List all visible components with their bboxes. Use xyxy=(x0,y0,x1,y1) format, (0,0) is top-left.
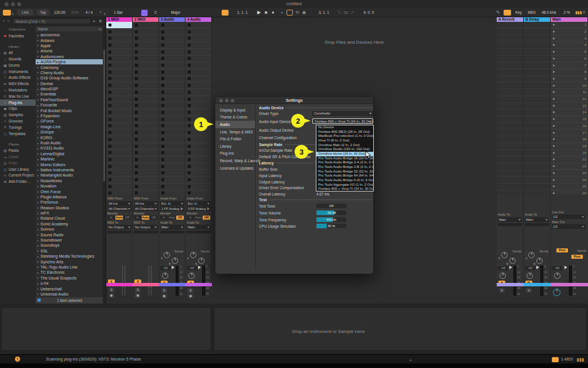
vendor-item[interactable]: ▸ Universal Audio xyxy=(36,292,103,297)
vendor-item[interactable]: ▸ Plugin Alliance xyxy=(36,194,103,200)
vendor-item[interactable]: ▸ Audiomovers xyxy=(36,54,103,59)
scene-launch-icon[interactable] xyxy=(553,51,555,53)
browser-category-item[interactable]: ▣ Clips xyxy=(0,106,36,112)
browser-category-item[interactable]: ⌗ Plug-Ins xyxy=(0,99,36,106)
clip-slot[interactable] xyxy=(133,29,158,36)
scene-slot[interactable]: 19 xyxy=(551,143,588,150)
capture-midi-icon[interactable]: ◉ xyxy=(302,10,306,15)
browser-category-item[interactable]: ▢ Templates xyxy=(0,131,36,137)
scene-slot[interactable]: 15 xyxy=(551,116,588,123)
scene-slot[interactable]: 3 xyxy=(551,35,588,42)
expand-arrow-icon[interactable]: ▸ xyxy=(37,71,39,74)
scene-launch-icon[interactable] xyxy=(553,179,555,181)
output-type-menu[interactable]: No Output xyxy=(134,225,158,229)
clip-stop-icon[interactable] xyxy=(135,124,138,127)
clip-slot[interactable] xyxy=(159,170,185,177)
clip-stop-icon[interactable] xyxy=(161,165,164,168)
clip-slot[interactable] xyxy=(106,89,132,96)
play-button[interactable]: ▶ xyxy=(257,10,261,15)
clip-slot[interactable] xyxy=(185,49,211,56)
record-button[interactable]: ● xyxy=(272,10,274,15)
main-out-menu[interactable]: 1/2 xyxy=(552,224,585,229)
clip-slot[interactable] xyxy=(159,96,185,103)
clip-slot[interactable] xyxy=(185,109,211,116)
vendor-item[interactable]: ▸ GForce xyxy=(36,118,103,124)
scene-launch-icon[interactable] xyxy=(553,91,555,93)
clip-stop-icon[interactable] xyxy=(135,138,138,141)
volume-handle[interactable] xyxy=(564,266,567,269)
push-control-icon[interactable] xyxy=(3,10,11,16)
settings-nav-item[interactable]: Display & Input xyxy=(215,106,255,114)
browser-category-item[interactable]: ⊓ Max for Live xyxy=(0,93,36,99)
nudge-down-icon[interactable]: ◁ xyxy=(71,10,74,15)
clip-detail-panel[interactable] xyxy=(1,307,211,351)
clip-stop-icon[interactable] xyxy=(109,185,111,188)
scene-launch-icon[interactable] xyxy=(553,105,555,107)
clip-stop-icon[interactable] xyxy=(109,118,111,121)
track-delay-field[interactable] xyxy=(160,231,184,233)
scene-launch-icon[interactable] xyxy=(553,172,555,174)
clip-slot[interactable] xyxy=(133,150,158,156)
scene-launch-icon[interactable] xyxy=(553,111,555,113)
chevron-down-icon[interactable]: ▾ xyxy=(104,12,106,17)
clip-slot[interactable] xyxy=(106,22,132,29)
dropdown-option[interactable]: Omnibus Main (2 In, 2 Out) xyxy=(316,143,373,148)
clip-slot[interactable] xyxy=(133,163,158,170)
track-header[interactable]: 4 Audio xyxy=(185,17,212,22)
clip-slot[interactable] xyxy=(106,143,132,150)
clip-stop-icon[interactable] xyxy=(161,131,164,134)
arm-button[interactable] xyxy=(188,294,194,298)
clip-slot[interactable] xyxy=(106,96,132,103)
clip-stop-icon[interactable] xyxy=(135,51,138,53)
clip-slot[interactable] xyxy=(159,102,185,109)
clip-stop-icon[interactable] xyxy=(109,124,111,127)
clip-slot[interactable] xyxy=(185,183,211,190)
scene-launch-icon[interactable] xyxy=(553,37,555,40)
browser-category-item[interactable]: ◫ Instruments xyxy=(0,68,36,75)
midi-map-button[interactable]: MIDI xyxy=(525,9,538,16)
expand-arrow-icon[interactable]: ▸ xyxy=(37,271,39,274)
clip-stop-icon[interactable] xyxy=(188,64,191,67)
clip-slot[interactable] xyxy=(185,22,211,29)
main-track-header[interactable]: Main xyxy=(551,17,588,22)
vendor-item[interactable]: ▸ Celemony xyxy=(36,64,103,70)
vendor-item[interactable]: ▸ Roland Cloud xyxy=(36,216,103,221)
expand-arrow-icon[interactable]: ▸ xyxy=(37,287,39,290)
clip-stop-icon[interactable] xyxy=(161,98,164,101)
dropdown-option[interactable]: Pro Tools Audio Bridge 32 (32 In, 32 Out… xyxy=(316,170,373,174)
pan-knob[interactable] xyxy=(500,273,506,279)
clip-slot[interactable] xyxy=(159,129,185,136)
overview-menu-icon[interactable]: ≡ xyxy=(583,10,586,15)
scene-launch-icon[interactable] xyxy=(553,98,555,100)
expand-arrow-icon[interactable]: ▸ xyxy=(37,212,39,215)
clip-slot[interactable] xyxy=(159,42,185,49)
expand-arrow-icon[interactable]: ▸ xyxy=(37,163,39,166)
expand-arrow-icon[interactable]: ▸ xyxy=(37,201,39,204)
clip-slot[interactable] xyxy=(185,35,211,42)
clip-slot[interactable] xyxy=(185,177,211,183)
expand-arrow-icon[interactable]: ▸ xyxy=(37,98,39,101)
clip-slot[interactable] xyxy=(106,116,132,123)
scene-slot[interactable]: 14 xyxy=(551,109,588,116)
monitor-auto-button[interactable]: Auto xyxy=(195,216,202,220)
clip-stop-icon[interactable] xyxy=(109,77,111,80)
expand-arrow-icon[interactable]: ▸ xyxy=(37,222,39,225)
expand-arrow-icon[interactable]: ▸ xyxy=(37,282,39,285)
vendor-item[interactable]: ▸ Apple xyxy=(36,43,103,48)
clip-stop-icon[interactable] xyxy=(188,71,191,74)
clip-stop-icon[interactable] xyxy=(188,30,191,33)
dropdown-option[interactable]: Fireface 800 (8E3) (28 In, 28 Out) xyxy=(316,130,373,135)
clip-slot[interactable] xyxy=(185,62,211,69)
vendor-item[interactable]: ▸ KORG xyxy=(36,135,103,140)
monitor-in-button[interactable]: In xyxy=(160,216,168,220)
expand-arrow-icon[interactable]: ▸ xyxy=(37,141,39,145)
clip-stop-icon[interactable] xyxy=(188,98,191,101)
clip-stop-icon[interactable] xyxy=(188,165,191,168)
clip-stop-icon[interactable] xyxy=(161,57,164,60)
clip-slot[interactable] xyxy=(133,76,158,83)
quantize-menu[interactable]: 1 Bar xyxy=(109,9,127,16)
scene-launch-icon[interactable] xyxy=(553,85,555,87)
clip-stop-icon[interactable] xyxy=(188,77,191,80)
scene-slot[interactable]: 24 xyxy=(551,177,588,183)
browser-category-item[interactable] xyxy=(0,39,36,44)
